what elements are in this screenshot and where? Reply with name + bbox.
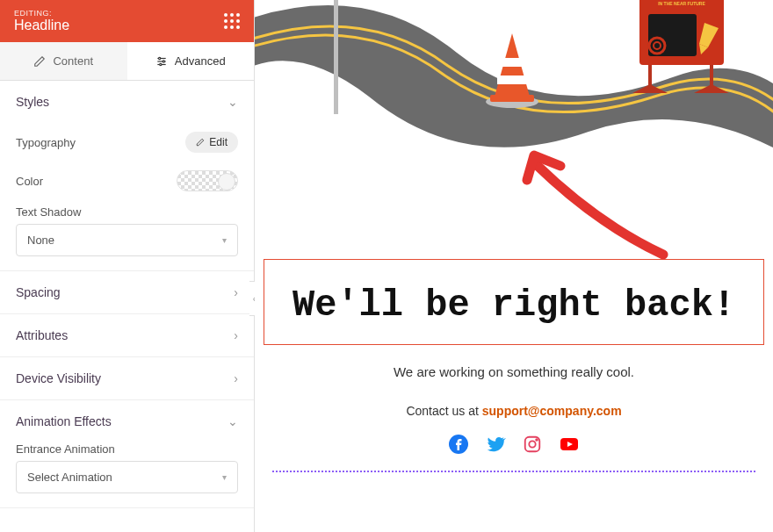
section-attributes-header[interactable]: Attributes › bbox=[0, 314, 254, 356]
chevron-right-icon: › bbox=[234, 371, 238, 385]
svg-point-4 bbox=[163, 60, 164, 61]
contact-email: support@company.com bbox=[482, 404, 622, 418]
section-animation-header[interactable]: Animation Effects ⌄ bbox=[0, 400, 254, 442]
instagram-icon[interactable] bbox=[522, 434, 543, 455]
subtext[interactable]: We are working on something really cool. bbox=[264, 364, 764, 379]
section-animation: Animation Effects ⌄ Entrance Animation S… bbox=[0, 400, 254, 508]
color-picker[interactable] bbox=[177, 170, 238, 191]
pencil-icon bbox=[196, 138, 205, 147]
typography-label: Typography bbox=[16, 136, 76, 149]
text-shadow-label: Text Shadow bbox=[16, 205, 238, 219]
caret-down-icon: ▾ bbox=[222, 235, 227, 245]
annotation-arrow bbox=[518, 145, 676, 268]
preview-canvas[interactable]: IN THE NEAR FUTURE We'll be right back! … bbox=[255, 0, 773, 532]
headline-text: We'll be right back! bbox=[273, 284, 755, 327]
svg-point-25 bbox=[529, 442, 535, 448]
color-label: Color bbox=[16, 175, 43, 188]
contact-line[interactable]: Contact us at support@company.com bbox=[264, 404, 764, 418]
editing-title: Headline bbox=[14, 18, 69, 33]
svg-rect-6 bbox=[334, 0, 338, 114]
apps-grid-icon[interactable] bbox=[224, 13, 240, 29]
headline-element[interactable]: We'll be right back! bbox=[264, 259, 764, 345]
svg-rect-11 bbox=[490, 95, 534, 102]
section-spacing-header[interactable]: Spacing › bbox=[0, 271, 254, 313]
chevron-down-icon: ⌄ bbox=[228, 414, 238, 428]
social-icons bbox=[264, 434, 764, 455]
twitter-icon[interactable] bbox=[485, 434, 506, 455]
hero-illustration: IN THE NEAR FUTURE bbox=[255, 0, 773, 162]
pencil-icon bbox=[33, 55, 46, 68]
entrance-animation-label: Entrance Animation bbox=[16, 442, 238, 456]
editor-sidebar: EDITING: Headline Content Advanced Style… bbox=[0, 0, 255, 532]
tab-advanced[interactable]: Advanced bbox=[127, 42, 255, 80]
chevron-down-icon: ⌄ bbox=[228, 95, 238, 109]
section-device-visibility-header[interactable]: Device Visibility › bbox=[0, 357, 254, 399]
youtube-icon[interactable] bbox=[559, 434, 580, 455]
section-attributes: Attributes › bbox=[0, 314, 254, 357]
svg-rect-9 bbox=[501, 58, 524, 67]
tab-content[interactable]: Content bbox=[0, 42, 127, 80]
section-styles-header[interactable]: Styles ⌄ bbox=[0, 81, 254, 123]
text-shadow-select[interactable]: None ▾ bbox=[16, 224, 238, 256]
section-device-visibility: Device Visibility › bbox=[0, 357, 254, 400]
svg-point-5 bbox=[159, 63, 161, 65]
sliders-icon bbox=[155, 55, 168, 68]
section-styles: Styles ⌄ Typography Edit Color Text Shad… bbox=[0, 81, 254, 271]
sidebar-header: EDITING: Headline bbox=[0, 0, 254, 42]
chevron-right-icon: › bbox=[234, 328, 238, 342]
svg-point-3 bbox=[158, 57, 160, 59]
divider bbox=[272, 471, 755, 472]
chevron-right-icon: › bbox=[234, 285, 238, 299]
svg-rect-17 bbox=[648, 14, 697, 56]
caret-down-icon: ▾ bbox=[222, 472, 227, 482]
svg-point-26 bbox=[536, 439, 538, 441]
svg-rect-10 bbox=[497, 75, 527, 84]
entrance-animation-select[interactable]: Select Animation ▾ bbox=[16, 461, 238, 493]
editing-label: EDITING: bbox=[14, 9, 69, 18]
typography-edit-button[interactable]: Edit bbox=[185, 132, 238, 153]
panel-tabs: Content Advanced bbox=[0, 42, 254, 81]
svg-text:IN THE NEAR FUTURE: IN THE NEAR FUTURE bbox=[658, 1, 705, 6]
section-spacing: Spacing › bbox=[0, 271, 254, 314]
facebook-icon[interactable] bbox=[448, 434, 469, 455]
